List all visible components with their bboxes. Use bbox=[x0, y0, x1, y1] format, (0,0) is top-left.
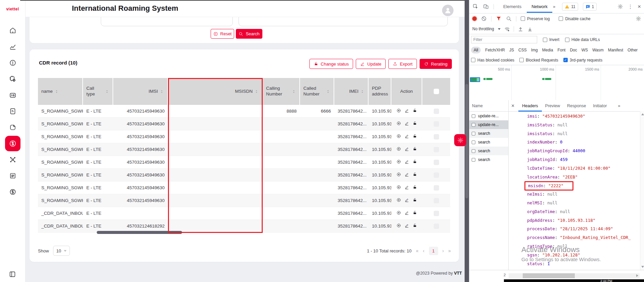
row-checkbox[interactable] bbox=[434, 198, 439, 203]
row-checkbox[interactable] bbox=[434, 109, 439, 114]
type-pill-img[interactable]: Img bbox=[531, 48, 538, 52]
collapse-sidebar-icon[interactable] bbox=[9, 271, 16, 278]
kebab-menu-icon[interactable]: ⋮ bbox=[628, 4, 633, 10]
user-avatar[interactable] bbox=[442, 5, 454, 16]
checkbox[interactable] bbox=[519, 58, 524, 62]
view-row-eye-icon[interactable] bbox=[396, 134, 401, 139]
search-network-icon[interactable] bbox=[506, 16, 512, 22]
view-row-eye-icon[interactable] bbox=[396, 159, 401, 165]
lock-row-lock-open-icon[interactable] bbox=[413, 134, 417, 139]
lock-row-lock-open-icon[interactable] bbox=[413, 198, 417, 203]
edit-row-pencil-icon[interactable] bbox=[404, 121, 409, 127]
type-pill-media[interactable]: Media bbox=[542, 48, 553, 52]
edit-row-pencil-icon[interactable] bbox=[404, 159, 409, 165]
detail-tab-headers[interactable]: Headers bbox=[522, 104, 538, 108]
type-pill-manifest[interactable]: Manifest bbox=[608, 48, 623, 52]
request-checkbox[interactable] bbox=[472, 158, 475, 162]
detail-tab-response[interactable]: Response bbox=[567, 104, 586, 108]
hide-data-urls-toggle[interactable]: Hide data URLs bbox=[565, 37, 600, 42]
type-pill-other[interactable]: Other bbox=[628, 48, 638, 52]
sort-icon[interactable] bbox=[326, 89, 330, 94]
close-devtools-icon[interactable]: × bbox=[638, 3, 641, 10]
sidebar-item-chip[interactable] bbox=[9, 75, 16, 83]
row-checkbox[interactable] bbox=[434, 134, 439, 139]
type-pill-ws[interactable]: WS bbox=[582, 48, 588, 52]
column-header-msisdn[interactable]: MSISDN bbox=[168, 78, 263, 105]
lock-row-lock-open-icon[interactable] bbox=[413, 147, 417, 152]
lock-row-lock-open-icon[interactable] bbox=[413, 121, 417, 127]
sidebar-item-folder[interactable] bbox=[9, 124, 16, 131]
prev-page-button[interactable]: ‹ bbox=[423, 248, 425, 253]
type-pill-wasm[interactable]: Wasm bbox=[592, 48, 604, 52]
devtools-tab-network[interactable]: Network bbox=[531, 4, 548, 9]
update-button[interactable]: Update bbox=[356, 59, 386, 69]
invert-checkbox[interactable] bbox=[543, 38, 547, 42]
clear-network-log-icon[interactable] bbox=[481, 16, 487, 22]
edit-row-pencil-icon[interactable] bbox=[404, 210, 409, 216]
detail-tab-initiator[interactable]: Initiator bbox=[593, 104, 607, 108]
search-filter-input-2[interactable] bbox=[239, 17, 448, 26]
row-checkbox[interactable] bbox=[434, 224, 439, 229]
current-page-button[interactable]: 1 bbox=[429, 247, 438, 255]
edit-row-pencil-icon[interactable] bbox=[404, 147, 409, 152]
first-page-button[interactable]: « bbox=[416, 248, 419, 253]
sort-icon[interactable] bbox=[105, 89, 109, 94]
reset-button[interactable]: Reset bbox=[211, 29, 234, 39]
view-row-eye-icon[interactable] bbox=[396, 185, 401, 191]
preserve-log-toggle[interactable]: Preserve log bbox=[521, 16, 550, 21]
row-checkbox[interactable] bbox=[434, 147, 439, 152]
settings-gear-icon[interactable] bbox=[617, 4, 623, 9]
sidebar-item-document[interactable] bbox=[9, 172, 16, 179]
request-checkbox[interactable] bbox=[472, 132, 475, 135]
view-row-eye-icon[interactable] bbox=[396, 121, 401, 127]
type-pill-doc[interactable]: Doc bbox=[570, 48, 577, 52]
device-toolbar-icon[interactable] bbox=[483, 4, 489, 9]
row-checkbox[interactable] bbox=[434, 121, 439, 127]
blocked-requests-toggle[interactable]: Blocked Requests bbox=[519, 58, 558, 63]
payload-vertical-scrollbar[interactable] bbox=[640, 111, 644, 270]
select-all-cell[interactable] bbox=[422, 78, 450, 105]
filter-funnel-icon[interactable] bbox=[496, 16, 502, 22]
detail-more-tabs-chevron[interactable]: » bbox=[618, 103, 620, 108]
import-har-icon[interactable] bbox=[518, 26, 523, 32]
sort-icon[interactable] bbox=[54, 89, 59, 94]
type-pill-fetchxhr[interactable]: Fetch/XHR bbox=[485, 48, 505, 52]
column-header-name[interactable]: name bbox=[38, 78, 83, 105]
payload-horizontal-scrollbar[interactable] bbox=[509, 273, 640, 278]
scroll-down-arrow-icon[interactable] bbox=[641, 266, 644, 268]
row-checkbox[interactable] bbox=[434, 211, 439, 216]
network-settings-gear-icon[interactable] bbox=[636, 16, 641, 22]
request-row[interactable]: search bbox=[469, 138, 508, 147]
last-page-button[interactable]: » bbox=[448, 248, 451, 253]
sidebar-item-home[interactable] bbox=[9, 27, 16, 34]
view-row-eye-icon[interactable] bbox=[396, 172, 401, 178]
type-pill-css[interactable]: CSS bbox=[518, 48, 527, 52]
type-pill-js[interactable]: JS bbox=[509, 48, 514, 52]
issues-badge[interactable]: 1 bbox=[583, 3, 597, 11]
checkbox[interactable]: ✓ bbox=[563, 58, 568, 62]
row-checkbox[interactable] bbox=[434, 185, 439, 191]
column-header-call-type[interactable]: Call type bbox=[83, 78, 113, 105]
column-header-called-number[interactable]: Called Number bbox=[300, 78, 334, 105]
sidebar-item-network[interactable] bbox=[9, 156, 16, 163]
sidebar-item-dollar-circle[interactable] bbox=[5, 136, 20, 151]
row-checkbox[interactable] bbox=[434, 160, 439, 165]
search-button[interactable]: Search bbox=[236, 29, 262, 39]
rerating-button[interactable]: Rerating bbox=[420, 59, 452, 69]
sidebar-item-dollar-circle[interactable] bbox=[9, 188, 16, 196]
table-horizontal-scrollbar[interactable] bbox=[97, 231, 182, 234]
column-header-imei[interactable]: IMEI bbox=[334, 78, 369, 105]
request-row[interactable]: update-re... bbox=[469, 120, 508, 129]
throttling-select[interactable]: No throttling bbox=[472, 27, 494, 31]
request-checkbox[interactable] bbox=[472, 114, 475, 118]
inspect-element-icon[interactable] bbox=[473, 4, 478, 9]
sidebar-item-wallet[interactable] bbox=[9, 91, 16, 99]
request-row[interactable]: search bbox=[469, 155, 508, 164]
search-filter-input-1[interactable] bbox=[101, 17, 233, 26]
page-size-select[interactable]: 10 bbox=[53, 246, 70, 256]
next-page-button[interactable]: › bbox=[442, 248, 444, 253]
request-checkbox[interactable] bbox=[472, 149, 475, 153]
edit-row-pencil-icon[interactable] bbox=[404, 134, 409, 139]
checkbox[interactable] bbox=[471, 58, 475, 62]
3rd-party-requests-toggle[interactable]: ✓3rd-party requests bbox=[563, 58, 602, 63]
